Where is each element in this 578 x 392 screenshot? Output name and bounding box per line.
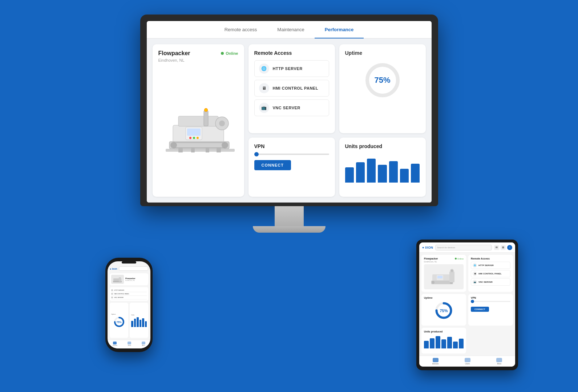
tablet-tab-users[interactable]: Users <box>465 358 470 365</box>
svg-point-17 <box>205 109 207 111</box>
remote-item-http[interactable]: 🌐 HTTP SERVER <box>254 60 329 77</box>
phone-remote-row-1[interactable]: HTTP SERVER <box>111 289 147 292</box>
phone-tab-users[interactable]: Users <box>128 342 131 346</box>
bar-6 <box>400 169 409 183</box>
tablet-tab-more[interactable]: More <box>496 358 502 365</box>
bar-3 <box>367 159 376 183</box>
tab-maintenance[interactable]: Maintenance <box>267 21 314 38</box>
tablet-devices-icon <box>433 358 438 362</box>
monitor-icon: 🖥 <box>259 83 269 93</box>
phone-tab-bar: Devices Users More <box>108 340 150 348</box>
tablet-display-icon: 📺 <box>473 280 477 284</box>
vpn-card: VPN CONNECT <box>248 138 335 197</box>
t-bar-7 <box>459 339 464 348</box>
tablet-bezel: ● IXON Search for devices ✉ ⊞ i Flowpack… <box>416 240 518 370</box>
vpn-slider[interactable] <box>254 154 329 155</box>
tablet-tab-devices[interactable]: Devices <box>432 358 439 365</box>
p-bar-5 <box>142 318 144 327</box>
tablet-logo: ● IXON <box>422 246 433 249</box>
phone-donut: 75% <box>113 316 125 328</box>
svg-rect-9 <box>187 128 201 136</box>
tablet-machine-header: Flowpacker Online <box>424 257 464 260</box>
tablet-units-title: Units produced <box>424 330 464 333</box>
phone-search[interactable] <box>119 266 148 271</box>
user-avatar[interactable]: i <box>507 245 512 250</box>
t-bar-4 <box>441 339 446 348</box>
tablet-globe-icon: 🌐 <box>473 263 477 268</box>
t-bar-1 <box>424 341 429 348</box>
t-bar-5 <box>447 337 452 348</box>
units-bar-chart <box>345 154 420 183</box>
tablet-bottom-bar: Devices Users More <box>419 356 515 367</box>
tablet-screen: ● IXON Search for devices ✉ ⊞ i Flowpack… <box>419 242 515 367</box>
phone-tab-more[interactable]: More <box>142 342 145 346</box>
t-bar-3 <box>436 336 440 348</box>
bar-1 <box>345 167 354 183</box>
tablet-connect-button[interactable]: CONNECT <box>471 307 489 312</box>
bar-2 <box>356 162 365 183</box>
tablet-search[interactable]: Search for devices <box>435 245 492 250</box>
phone-machine-loc: Eindhoven, NL <box>125 279 147 281</box>
vpn-title: VPN <box>254 143 329 149</box>
phone-notch <box>122 261 136 264</box>
monitor-stand-neck <box>275 206 304 226</box>
svg-rect-0 <box>166 149 235 152</box>
svg-rect-19 <box>217 148 221 152</box>
tab-performance[interactable]: Performance <box>315 21 364 38</box>
tablet-online-badge: Online <box>455 257 464 260</box>
tablet-hmi[interactable]: 🖥 HMI CONTROL PANEL <box>471 270 510 277</box>
tablet-machine-name: Flowpacker <box>424 257 438 260</box>
vpn-slider-thumb[interactable] <box>254 152 259 156</box>
phone-uptime-card: Uptime 75% <box>110 303 128 338</box>
tablet-http[interactable]: 🌐 HTTP SERVER <box>471 262 510 269</box>
more-icon <box>142 342 145 344</box>
tablet-online-dot <box>455 258 457 260</box>
svg-point-11 <box>193 137 195 139</box>
units-produced-title: Units produced <box>345 143 420 149</box>
tablet-location: Eindhoven, NL <box>424 261 464 263</box>
machine-illustration <box>158 96 238 162</box>
tab-remote-access[interactable]: Remote access <box>214 21 267 38</box>
phone-tab-devices[interactable]: Devices <box>113 342 117 346</box>
phone-remote-row-3[interactable]: VNC SERVER <box>111 296 147 299</box>
svg-point-10 <box>189 137 191 139</box>
svg-rect-18 <box>178 148 183 152</box>
svg-rect-37 <box>437 276 442 278</box>
phone-units-card: Units <box>130 303 148 338</box>
p-bar-6 <box>145 321 147 327</box>
devices-icon <box>113 342 117 344</box>
machine-header: Flowpacker Online <box>158 50 238 57</box>
svg-rect-20 <box>191 148 195 152</box>
svg-point-12 <box>197 137 199 139</box>
grid-icon[interactable]: ⊞ <box>501 245 506 250</box>
vpn-slider-fill <box>254 154 314 155</box>
mail-icon[interactable]: ✉ <box>494 245 499 250</box>
tablet-units-card: Units produced <box>421 328 466 354</box>
bar-4 <box>378 165 387 183</box>
svg-point-35 <box>451 270 453 271</box>
svg-point-31 <box>432 281 434 284</box>
p-bar-4 <box>140 320 142 327</box>
desktop-monitor: Remote access Maintenance Performance Fl… <box>140 15 438 233</box>
tablet-slider-thumb[interactable] <box>471 300 474 303</box>
tablet-vpn-slider[interactable] <box>471 301 510 302</box>
uptime-title: Uptime <box>345 50 362 56</box>
monitor-stand-base <box>253 226 326 233</box>
units-produced-card: Units produced <box>339 138 426 197</box>
mobile-phone: ● ixon Flowpacker Eindhoven, NL <box>105 258 153 352</box>
http-server-label: HTTP SERVER <box>273 66 303 71</box>
tablet-vnc[interactable]: 📺 VNC SERVER <box>471 278 510 286</box>
t-bar-6 <box>453 342 458 348</box>
phone-remote-row-2[interactable]: HMI CONTROL PANEL <box>111 292 147 296</box>
users-icon <box>128 342 131 344</box>
svg-rect-21 <box>206 148 209 152</box>
online-badge: Online <box>221 51 238 56</box>
uptime-value: 75% <box>374 75 390 85</box>
remote-item-hmi[interactable]: 🖥 HMI CONTROL PANEL <box>254 80 329 97</box>
p-bar-1 <box>131 321 133 327</box>
remote-access-card: Remote Access 🌐 HTTP SERVER 🖥 HMI CONTRO… <box>248 44 335 133</box>
tablet-monitor-icon: 🖥 <box>473 271 477 276</box>
remote-item-vnc[interactable]: 📺 VNC SERVER <box>254 99 329 116</box>
connect-button[interactable]: CONNECT <box>254 160 291 170</box>
phone-bezel: ● ixon Flowpacker Eindhoven, NL <box>105 258 153 352</box>
